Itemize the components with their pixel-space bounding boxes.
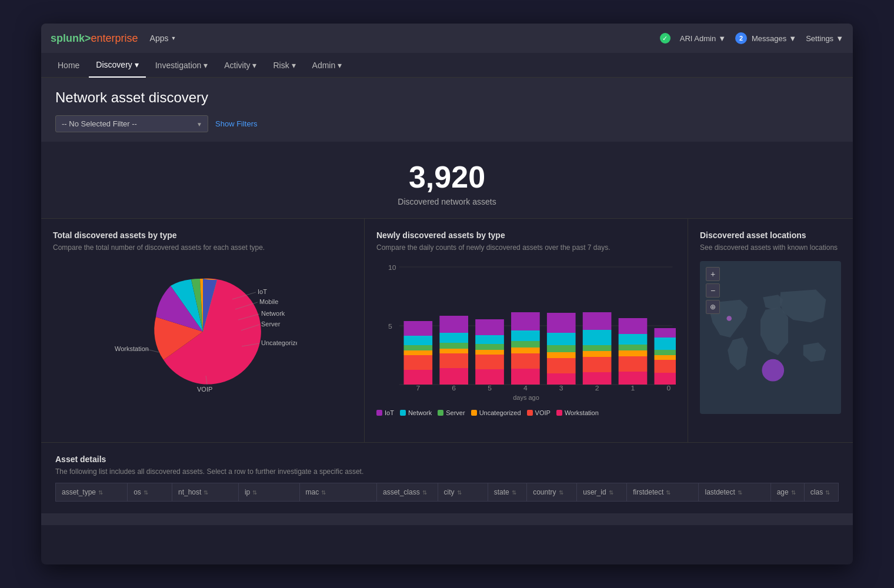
legend-network: Network [400, 409, 432, 416]
sort-icon-class: ⇅ [825, 489, 830, 496]
svg-rect-55 [619, 356, 648, 372]
sort-icon-asset-type: ⇅ [98, 489, 103, 496]
th-firstdetect[interactable]: firstdetect ⇅ [627, 483, 699, 501]
sort-icon-nt-host: ⇅ [204, 489, 208, 496]
th-mac[interactable]: mac ⇅ [300, 483, 377, 501]
legend-server: Server [438, 409, 465, 416]
bar-chart-panel: Newly discovered assets by type Compare … [365, 219, 688, 442]
status-dot: ✓ [660, 33, 670, 44]
svg-text:4: 4 [523, 385, 528, 390]
svg-text:5: 5 [388, 323, 392, 330]
bar-chart-subtitle: Compare the daily counts of newly discov… [376, 243, 676, 252]
nav-investigation[interactable]: Investigation ▾ [148, 53, 215, 78]
map-controls: + − ⊕ [706, 267, 720, 314]
map-title: Discovered asset locations [700, 230, 841, 240]
legend-voip: VOIP [527, 409, 551, 416]
svg-rect-57 [619, 345, 648, 350]
svg-rect-65 [654, 338, 676, 350]
svg-rect-17 [403, 321, 432, 336]
pie-chart-svg: IoT Mobile Network Server Uncategorized … [109, 261, 297, 402]
svg-rect-66 [654, 328, 676, 338]
legend-uncategorized: Uncategorized [471, 409, 521, 416]
svg-text:6: 6 [452, 385, 456, 390]
legend-iot: IoT [376, 409, 394, 416]
svg-rect-63 [654, 355, 676, 360]
svg-rect-64 [654, 350, 676, 355]
svg-text:0: 0 [666, 385, 670, 390]
svg-rect-59 [619, 318, 648, 334]
svg-rect-16 [403, 336, 432, 345]
settings-menu[interactable]: Settings ▼ [806, 34, 843, 43]
svg-rect-51 [583, 330, 612, 345]
pie-label-server: Server [261, 320, 281, 328]
th-os[interactable]: os ⇅ [128, 483, 172, 501]
th-ip[interactable]: ip ⇅ [239, 483, 300, 501]
svg-rect-52 [583, 312, 612, 330]
bar-chart-title: Newly discovered assets by type [376, 230, 676, 240]
sort-icon-country: ⇅ [559, 489, 563, 496]
svg-rect-41 [547, 358, 576, 373]
th-city[interactable]: city ⇅ [438, 483, 488, 501]
th-age[interactable]: age ⇅ [771, 483, 805, 501]
messages-chevron-icon: ▼ [789, 34, 796, 43]
map-locate[interactable]: ⊕ [706, 300, 720, 314]
filter-select[interactable]: -- No Selected Filter -- [55, 115, 208, 132]
sort-icon-firstdetect: ⇅ [666, 489, 670, 496]
svg-rect-26 [475, 369, 504, 385]
svg-rect-28 [475, 350, 504, 355]
svg-text:10: 10 [388, 264, 396, 271]
pie-chart-subtitle: Compare the total number of discovered a… [53, 243, 352, 252]
svg-rect-42 [547, 352, 576, 358]
bar-chart-x-label: days ago [376, 394, 676, 401]
svg-rect-48 [583, 357, 612, 372]
th-nt-host[interactable]: nt_host ⇅ [172, 483, 239, 501]
nav-admin[interactable]: Admin ▾ [305, 53, 349, 78]
th-user-id[interactable]: user_id ⇅ [577, 483, 627, 501]
pie-label-iot: IoT [258, 288, 267, 295]
svg-text:3: 3 [559, 385, 563, 390]
pie-label-uncategorized: Uncategorized [261, 339, 297, 346]
sort-icon-city: ⇅ [457, 489, 462, 496]
sort-icon-state: ⇅ [512, 489, 516, 496]
svg-rect-61 [654, 373, 676, 385]
th-state[interactable]: state ⇅ [488, 483, 527, 501]
svg-rect-21 [439, 349, 468, 353]
sort-icon-os: ⇅ [144, 489, 148, 496]
th-asset-type[interactable]: asset_type ⇅ [56, 483, 128, 501]
svg-rect-62 [654, 360, 676, 373]
nav-risk[interactable]: Risk ▾ [266, 53, 302, 78]
charts-row: Total discovered assets by type Compare … [41, 218, 853, 442]
map-zoom-out[interactable]: − [706, 283, 720, 298]
asset-section: Asset details The following list include… [41, 442, 853, 513]
apps-button[interactable]: Apps ▼ [150, 34, 176, 43]
show-filters-link[interactable]: Show Filters [215, 119, 258, 128]
nav-discovery[interactable]: Discovery ▾ [89, 53, 145, 78]
nav-home[interactable]: Home [51, 53, 86, 78]
pie-label-mobile: Mobile [259, 298, 278, 305]
nav-activity[interactable]: Activity ▾ [217, 53, 263, 78]
th-class[interactable]: clas ⇅ [805, 483, 838, 501]
svg-rect-20 [439, 353, 468, 368]
th-asset-class[interactable]: asset_class ⇅ [377, 483, 438, 501]
sort-icon-age: ⇅ [791, 489, 796, 496]
top-bar-right: ✓ ARI Admin ▼ 2 Messages ▼ Settings ▼ [660, 32, 843, 44]
legend-dot-voip [527, 410, 533, 416]
svg-rect-45 [547, 313, 576, 333]
svg-rect-30 [475, 335, 504, 344]
stats-banner: 3,920 Discovered network assets [41, 142, 853, 218]
messages-menu[interactable]: 2 Messages ▼ [735, 32, 796, 44]
map-subtitle: See discovered assets with known locatio… [700, 243, 841, 252]
svg-rect-56 [619, 350, 648, 356]
sort-icon-user-id: ⇅ [609, 489, 613, 496]
svg-rect-54 [619, 372, 648, 385]
svg-rect-14 [403, 350, 432, 355]
th-lastdetect[interactable]: lastdetect ⇅ [699, 483, 770, 501]
th-country[interactable]: country ⇅ [527, 483, 577, 501]
svg-rect-13 [403, 355, 432, 370]
sort-icon-asset-class: ⇅ [422, 489, 427, 496]
svg-rect-22 [439, 343, 468, 349]
apps-chevron-icon: ▼ [171, 35, 176, 41]
nav-bar: Home Discovery ▾ Investigation ▾ Activit… [41, 53, 853, 78]
map-zoom-in[interactable]: + [706, 267, 720, 281]
admin-menu[interactable]: ARI Admin ▼ [680, 34, 726, 43]
